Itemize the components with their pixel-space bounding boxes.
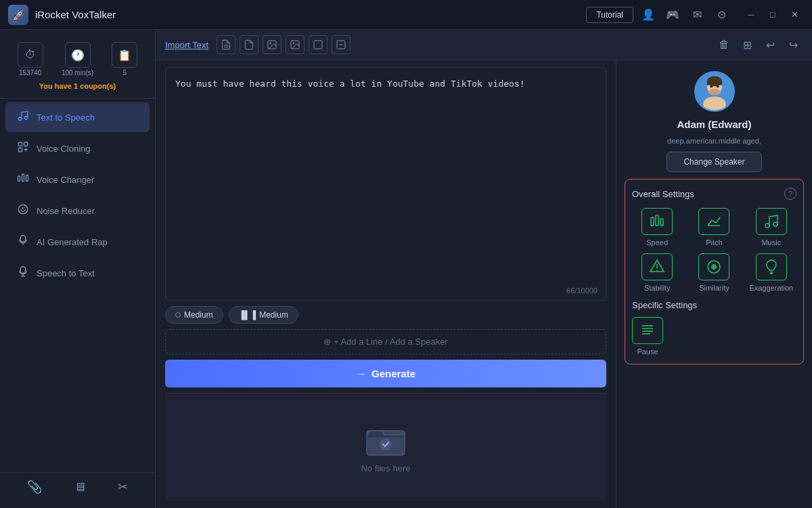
count-icon: 📋: [112, 42, 137, 68]
minimize-button[interactable]: ─: [742, 5, 761, 24]
empty-folder-icon: [364, 421, 407, 458]
text-to-speech-icon: [16, 110, 30, 125]
similarity-setting[interactable]: Similarity: [689, 253, 739, 292]
char-count: 66/10000: [566, 287, 597, 295]
maximize-button[interactable]: □: [763, 5, 782, 24]
specific-settings-title: Specific Settings: [632, 300, 796, 310]
stat-minutes: 🕐 100 min(s): [62, 42, 93, 77]
stat-count: 📋 5: [112, 42, 137, 77]
no-files-text: No files here: [361, 463, 411, 473]
music-setting[interactable]: Music: [746, 208, 796, 247]
speech-to-text-icon: [16, 266, 30, 280]
exaggeration-setting[interactable]: Exaggeration: [746, 253, 796, 292]
count-value: 5: [123, 69, 127, 77]
settings-icon[interactable]: ⊙: [712, 5, 731, 24]
similarity-label: Similarity: [699, 284, 729, 292]
pitch-icon-box: [698, 208, 729, 235]
pitch-setting[interactable]: Pitch: [689, 208, 739, 247]
stat-characters: ⏱ 153740: [18, 42, 43, 77]
redo-button[interactable]: ↪: [784, 35, 803, 54]
jpg-icon[interactable]: [263, 35, 281, 54]
import-text-button[interactable]: Import Text: [165, 40, 208, 50]
pitch-button[interactable]: ▐▌▐ Medium: [229, 306, 298, 324]
delete-button[interactable]: 🗑: [715, 35, 734, 54]
characters-icon: ⏱: [18, 42, 43, 68]
svg-rect-2: [18, 142, 22, 146]
speed-label: Speed: [646, 238, 668, 247]
music-icon-box: [756, 208, 787, 235]
noise-reducer-icon: [16, 203, 30, 218]
svg-point-1: [24, 117, 28, 120]
pause-setting[interactable]: Pause: [632, 317, 663, 356]
help-icon[interactable]: ?: [784, 188, 796, 200]
svg-point-36: [765, 224, 769, 228]
similarity-icon-box: [698, 253, 729, 280]
editor-footer: Medium ▐▌▐ Medium: [165, 306, 606, 324]
svg-rect-4: [18, 148, 22, 152]
settings-box: Overall Settings ?: [625, 179, 804, 364]
add-line-bar[interactable]: ⊕ + Add a Line / Add a Speaker: [165, 329, 606, 354]
svg-rect-5: [18, 176, 20, 182]
pause-label: Pause: [637, 347, 658, 356]
svg-point-0: [18, 117, 22, 121]
sidebar-item-voice-changer[interactable]: Voice Changer: [5, 165, 150, 194]
text-editor[interactable]: You must have heard this voice a lot in …: [175, 77, 596, 291]
sidebar-item-ai-generated-rap[interactable]: AI Generated Rap: [5, 227, 150, 257]
stability-label: Stability: [644, 284, 671, 292]
music-label: Music: [761, 238, 781, 247]
main-content-row: You must have heard this voice a lot in …: [156, 60, 812, 508]
sidebar-item-noise-reducer[interactable]: Noise Reducer: [5, 196, 150, 226]
game-icon[interactable]: 🎮: [663, 5, 682, 24]
bmp-icon[interactable]: [309, 35, 328, 54]
stability-setting[interactable]: Stability: [632, 253, 682, 292]
tutorial-button[interactable]: Tutorial: [586, 7, 633, 23]
svg-point-37: [773, 222, 777, 226]
layout-button[interactable]: ⊞: [738, 35, 757, 54]
svg-point-29: [710, 85, 713, 88]
pitch-label: Medium: [259, 310, 288, 320]
close-button[interactable]: ✕: [785, 5, 804, 24]
change-speaker-button[interactable]: Change Speaker: [667, 152, 761, 172]
add-line-icon: ⊕: [323, 337, 331, 347]
clip-icon[interactable]: 📎: [27, 480, 42, 494]
stability-icon-box: [641, 253, 673, 280]
sidebar-item-speech-to-text[interactable]: Speech to Text: [5, 258, 150, 288]
add-line-label: + Add a Line / Add a Speaker: [334, 337, 448, 347]
svg-point-30: [716, 85, 719, 88]
speed-button[interactable]: Medium: [165, 306, 223, 324]
speaker-tags: deep.american.middle aged,: [667, 137, 761, 145]
ai-generated-rap-icon: [16, 234, 30, 249]
undo-button[interactable]: ↩: [761, 35, 780, 54]
right-panel: Adam (Edward) deep.american.middle aged,…: [616, 60, 812, 508]
files-section: No files here: [165, 393, 606, 501]
tiff-icon[interactable]: [332, 35, 351, 54]
svg-rect-33: [656, 215, 658, 226]
specific-settings-grid: Pause: [632, 317, 796, 356]
title-left: 🚀 iRocket VoxTalker: [8, 5, 116, 25]
svg-rect-19: [314, 41, 322, 49]
overall-settings-header: Overall Settings ?: [632, 188, 796, 200]
sidebar-label-text-to-speech: Text to Speech: [37, 112, 95, 123]
app-title: iRocket VoxTalker: [35, 9, 116, 20]
text-editor-container: You must have heard this voice a lot in …: [165, 67, 606, 301]
sidebar-label-speech-to-text: Speech to Text: [37, 268, 95, 278]
sidebar-item-voice-cloning[interactable]: Voice Cloning: [5, 133, 150, 163]
generate-button[interactable]: → Generate: [165, 360, 606, 387]
minutes-icon: 🕐: [65, 42, 91, 68]
pdf-icon[interactable]: [240, 35, 258, 54]
docx-icon[interactable]: [217, 35, 235, 54]
png-icon[interactable]: [286, 35, 304, 54]
user-icon[interactable]: 👤: [639, 5, 658, 24]
sidebar-item-text-to-speech[interactable]: Text to Speech: [5, 102, 150, 132]
scissors-icon[interactable]: ✂: [118, 480, 128, 494]
voice-cloning-icon: [16, 141, 30, 156]
sidebar-bottom: 📎 🖥 ✂: [0, 472, 155, 501]
speed-setting[interactable]: Speed: [632, 208, 682, 247]
speed-label: Medium: [184, 310, 213, 320]
sidebar-label-voice-cloning: Voice Cloning: [37, 144, 91, 154]
title-right: Tutorial 👤 🎮 ✉ ⊙ ─ □ ✕: [586, 5, 804, 24]
sidebar-divider: [0, 98, 155, 99]
screen-icon[interactable]: 🖥: [74, 480, 86, 494]
content-wrapper: Import Text 🗑 ⊞ ↩ ↪: [156, 30, 812, 508]
mail-icon[interactable]: ✉: [687, 5, 706, 24]
